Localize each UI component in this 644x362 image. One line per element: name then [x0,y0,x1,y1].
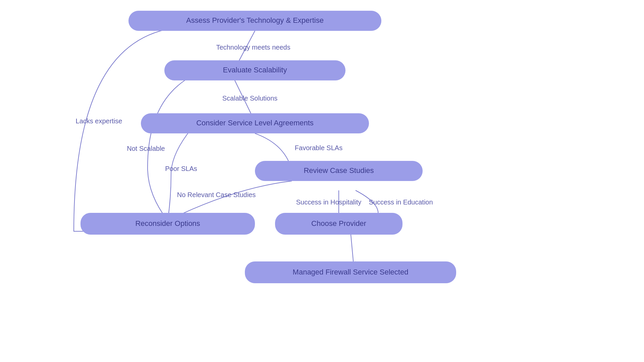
edge-label-not-scalable: Not Scalable [127,145,165,152]
edge-label-lacks-expertise: Lacks expertise [76,117,122,125]
edge-label-favorable-slas: Favorable SLAs [295,144,342,152]
flowchart-diagram: Technology meets needs Scalable Solution… [0,0,644,362]
edge-label-hospitality: Success in Hospitality [296,198,362,206]
node-assess-label: Assess Provider's Technology & Expertise [186,16,324,24]
edge-label-tech-meets: Technology meets needs [216,44,290,51]
node-choose-label: Choose Provider [311,219,366,228]
node-consider-label: Consider Service Level Agreements [196,119,314,127]
node-evaluate-label: Evaluate Scalability [223,66,287,74]
node-reconsider-label: Reconsider Options [135,219,200,228]
edge-label-poor-slas: Poor SLAs [165,165,197,172]
edge-label-education: Success in Education [369,198,433,206]
edge-label-scalable: Scalable Solutions [222,95,278,102]
edge-label-no-case-studies: No Relevant Case Studies [177,191,256,198]
edge-consider-reconsider [168,129,191,221]
node-review-label: Review Case Studies [304,166,374,175]
node-managed-label: Managed Firewall Service Selected [293,268,409,276]
